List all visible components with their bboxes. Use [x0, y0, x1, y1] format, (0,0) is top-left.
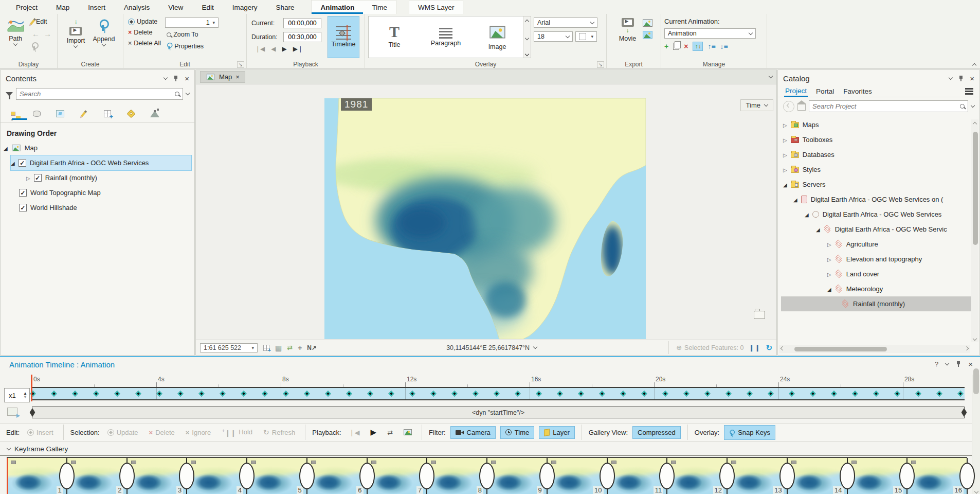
back-button[interactable]: [783, 101, 794, 112]
keyframe-thumbnail[interactable]: 12: [667, 458, 727, 494]
pane-menu-chevron-icon[interactable]: [164, 76, 168, 80]
expander-icon[interactable]: [11, 159, 15, 167]
pane-menu-chevron-icon[interactable]: [945, 361, 949, 365]
keyframe-diamond[interactable]: [262, 391, 267, 396]
keyframe-diamond[interactable]: [156, 391, 162, 396]
add-animation-button[interactable]: +: [664, 42, 668, 50]
keyframe-diamond[interactable]: [283, 391, 288, 396]
path-button[interactable]: Path: [3, 16, 28, 47]
checkbox-checked[interactable]: ✓: [34, 174, 42, 182]
delete-keyframe-button[interactable]: ×Delete: [126, 28, 162, 37]
skip-start-button[interactable]: ❘◀: [255, 45, 265, 52]
filter-layer-toggle[interactable]: Layer: [539, 426, 575, 439]
tab-analysis[interactable]: Analysis: [115, 2, 158, 14]
catalog-item-dea-wms[interactable]: Digital Earth Africa - OGC Web Services: [781, 207, 976, 222]
refresh-icon[interactable]: ↻: [766, 343, 772, 352]
keyframe-diamond[interactable]: [620, 391, 626, 396]
catalog-item-land-cover[interactable]: Land cover: [781, 267, 976, 281]
keyframe-diamond[interactable]: [747, 391, 752, 396]
keyframe-diamond[interactable]: [51, 391, 57, 396]
keyframe-thumbnail[interactable]: 15: [847, 458, 908, 494]
reorder-button[interactable]: ↑↓: [693, 42, 703, 51]
layer-row-rainfall[interactable]: ✓ Rainfall (monthly): [26, 170, 191, 185]
export-current-view-button[interactable]: [643, 31, 652, 39]
keyframe-diamond[interactable]: [473, 391, 478, 396]
keyframe-ellipse-marker[interactable]: [479, 463, 495, 489]
zoom-to-button[interactable]: Zoom To: [165, 30, 219, 39]
keyframe-thumbnail[interactable]: 10: [547, 458, 607, 494]
folder-icon[interactable]: [754, 311, 765, 319]
keyframe-diamond[interactable]: [831, 391, 837, 396]
image-overlay-button[interactable]: Image: [471, 16, 523, 58]
keyframe-ellipse-marker[interactable]: [659, 463, 675, 489]
keyframe-thumbnail[interactable]: 1: [7, 458, 67, 494]
font-color-picker[interactable]: ▾: [575, 31, 597, 42]
keyframe-diamond[interactable]: [704, 391, 710, 396]
list-by-elevation-button[interactable]: [149, 108, 161, 119]
help-icon[interactable]: ?: [935, 360, 938, 368]
keyframe-diamond[interactable]: [873, 391, 879, 396]
pin-icon[interactable]: [956, 361, 961, 367]
keyframe-diamond[interactable]: [346, 391, 352, 396]
keyframe-ellipse-marker[interactable]: [899, 463, 915, 489]
expander-icon[interactable]: [783, 121, 787, 129]
keyframe-diamond[interactable]: [241, 391, 246, 396]
filter-camera-toggle[interactable]: Camera: [450, 426, 496, 439]
keyframe-thumbnail[interactable]: 9: [487, 458, 547, 494]
keyframe-diamond[interactable]: [72, 391, 78, 396]
append-button[interactable]: Append: [90, 16, 117, 48]
copy-animation-button[interactable]: [673, 43, 679, 50]
keyframe-thumbnail[interactable]: 16: [907, 458, 967, 494]
overlay-end-handle[interactable]: [961, 408, 967, 417]
keyframe-diamond[interactable]: [810, 391, 815, 396]
hold-keyframe-button[interactable]: +❙❙Hold: [219, 426, 256, 438]
catalog-item-dea-server[interactable]: Digital Earth Africa - OGC Web Services …: [781, 192, 976, 207]
expander-icon[interactable]: [827, 240, 831, 248]
keyframe-diamond[interactable]: [725, 391, 731, 396]
skip-end-button[interactable]: ▶❘: [293, 45, 303, 52]
overlay-start-handle[interactable]: [30, 408, 35, 417]
keyframe-diamond[interactable]: [304, 391, 310, 396]
update-keyframe-button[interactable]: Update: [126, 17, 162, 26]
keyframe-diamond[interactable]: [515, 391, 520, 396]
expander-icon[interactable]: [827, 285, 831, 293]
expander-icon[interactable]: [783, 151, 787, 158]
catalog-item-databases[interactable]: Databases: [781, 147, 976, 162]
keyframe-diamond[interactable]: [599, 391, 605, 396]
keyframe-diamond[interactable]: [957, 391, 963, 396]
crosshair-icon[interactable]: +: [298, 344, 302, 352]
play-button[interactable]: ▶: [282, 45, 287, 52]
keyframe-diamond[interactable]: [662, 391, 668, 396]
keyframe-diamond[interactable]: [367, 391, 373, 396]
pin-icon[interactable]: [173, 75, 178, 82]
list-by-data-source-button[interactable]: [30, 108, 43, 119]
keyframe-diamond[interactable]: [177, 391, 183, 396]
keyframe-thumbnail[interactable]: 7: [367, 458, 427, 494]
north-arrow-icon[interactable]: N↗: [307, 344, 317, 351]
font-family-select[interactable]: Arial: [534, 17, 597, 28]
tab-view[interactable]: View: [159, 2, 192, 14]
catalog-search-input[interactable]: [812, 102, 957, 110]
filter-funnel-icon[interactable]: [6, 92, 13, 96]
keyframe-diamond[interactable]: [114, 391, 120, 396]
map-canvas[interactable]: 1981 Time: [196, 84, 776, 340]
keyframe-diamond[interactable]: [683, 391, 689, 396]
playback-speed-spinner[interactable]: x1 ▲▼: [4, 388, 30, 402]
pane-menu-chevron-icon[interactable]: [949, 76, 953, 80]
catalog-horizontal-scrollbar[interactable]: [779, 345, 970, 353]
camera-view-button[interactable]: [401, 428, 415, 437]
refresh-button[interactable]: ↻Refresh: [260, 427, 298, 438]
collapse-gallery-chevron-icon[interactable]: [7, 446, 11, 450]
keyframe-ellipse-marker[interactable]: [359, 463, 375, 489]
keyframe-diamond[interactable]: [494, 391, 499, 396]
expander-icon[interactable]: [783, 181, 787, 188]
insert-keyframe-button[interactable]: Insert: [24, 427, 57, 438]
close-icon[interactable]: ×: [970, 75, 974, 82]
list-by-labeling-button[interactable]: [125, 108, 137, 119]
keyframe-diamond[interactable]: [135, 391, 141, 396]
expander-icon[interactable]: [783, 136, 787, 144]
checkbox-checked[interactable]: ✓: [19, 204, 27, 211]
keyframe-diamond[interactable]: [894, 391, 900, 396]
keyframe-ellipse-marker[interactable]: [119, 463, 135, 489]
keyframe-diamond[interactable]: [388, 391, 394, 396]
